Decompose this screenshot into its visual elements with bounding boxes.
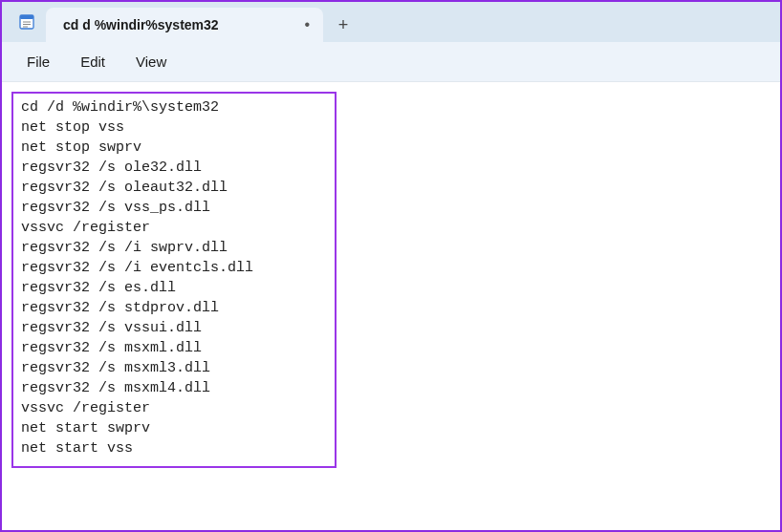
app-notepad-icon	[8, 2, 46, 42]
menu-edit[interactable]: Edit	[67, 48, 119, 75]
tab-dirty-indicator-icon[interactable]: •	[304, 16, 310, 33]
plus-icon: +	[338, 15, 349, 35]
menubar: File Edit View	[2, 42, 780, 82]
annotation-highlight-box: cd /d %windir%\system32 net stop vss net…	[11, 92, 337, 468]
menu-view[interactable]: View	[122, 48, 180, 75]
text-editor-area[interactable]: cd /d %windir%\system32 net stop vss net…	[2, 82, 780, 530]
new-tab-button[interactable]: +	[323, 8, 363, 42]
document-text[interactable]: cd /d %windir%\system32 net stop vss net…	[21, 97, 327, 458]
svg-rect-1	[20, 15, 33, 19]
tab-title: cd d %windir%system32	[63, 17, 294, 32]
tab-document[interactable]: cd d %windir%system32 •	[46, 8, 323, 42]
titlebar: cd d %windir%system32 • +	[2, 2, 780, 42]
menu-file[interactable]: File	[13, 48, 63, 75]
